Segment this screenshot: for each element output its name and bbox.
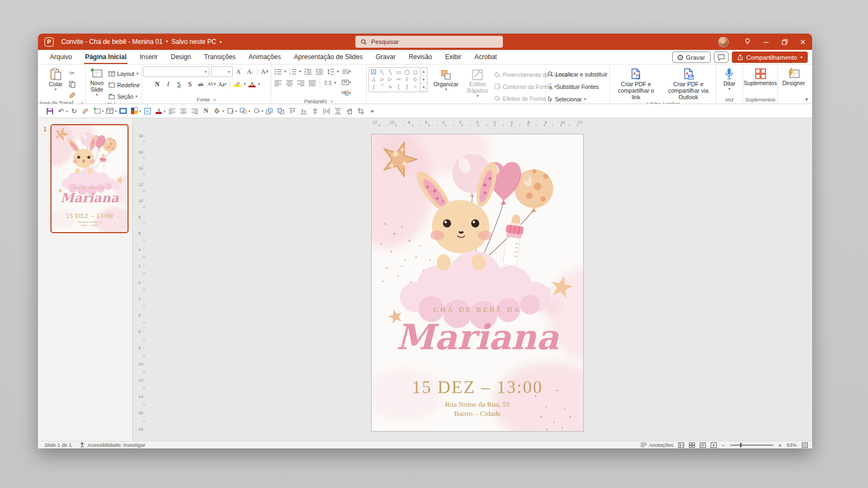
distribute-horizontal-button[interactable]	[321, 106, 331, 116]
tab-inserir[interactable]: Inserir	[133, 50, 164, 64]
distribute-vertical-button[interactable]	[333, 106, 343, 116]
tab-apresentação-de-slides[interactable]: Apresentação de Slides	[288, 50, 369, 64]
vertical-ruler[interactable]: 18161412108642024681012141618	[138, 133, 145, 431]
shapes-more[interactable]: ▼̲	[420, 84, 427, 92]
invitation-name[interactable]: Mariana	[52, 191, 127, 206]
bold-button[interactable]: N	[152, 79, 162, 89]
layout-button[interactable]: Layout▾	[108, 69, 140, 78]
align-right-button-qat[interactable]	[189, 106, 200, 116]
align-left-button-qat[interactable]	[167, 106, 177, 116]
start-slideshow-button[interactable]	[118, 106, 128, 116]
accessibility-status[interactable]: Acessibilidade: investigar	[79, 442, 145, 448]
invitation-eyebrow[interactable]: CHÁ DE BEBÊ DA	[372, 305, 583, 314]
align-text-button[interactable]: ▾	[342, 78, 352, 87]
tab-acrobat[interactable]: Acrobat	[468, 50, 503, 64]
addins-button[interactable]: Suplementos	[741, 66, 780, 96]
align-top-button[interactable]	[287, 106, 297, 116]
reading-view-button[interactable]	[700, 442, 706, 448]
invitation-address-line2[interactable]: Bairro – Cidade	[372, 409, 583, 418]
new-slide-button-qat[interactable]	[92, 106, 102, 116]
text-direction-button[interactable]: ▾	[342, 67, 352, 76]
align-center-button-qat[interactable]	[178, 106, 188, 116]
character-spacing-button[interactable]: AV▾	[207, 79, 216, 89]
shape-effects-button-qat[interactable]	[251, 106, 261, 116]
designer-button[interactable]: Designer	[780, 66, 808, 102]
invitation-address-line2[interactable]: Bairro – Cidade	[52, 224, 127, 227]
minimize-button[interactable]: ─	[757, 34, 775, 50]
slide-sorter-view-button[interactable]	[689, 442, 695, 448]
bold-button-qat[interactable]: N	[201, 106, 211, 116]
reset-button[interactable]: Redefinir	[108, 80, 140, 89]
decrease-indent-button[interactable]	[303, 67, 312, 76]
highlight-color-button[interactable]	[233, 79, 242, 89]
notes-button[interactable]: Anotações	[641, 442, 673, 448]
slide-edit-area[interactable]: 12108642024681012 1816141210864202468101…	[133, 118, 812, 441]
zoom-level[interactable]: 53%	[787, 442, 797, 448]
create-pdf-link-button[interactable]: A Criar PDF e compartilhar o link	[611, 66, 661, 100]
decrease-font-button[interactable]: Aˇ	[245, 67, 254, 76]
invitation-name[interactable]: Mariana	[372, 317, 583, 357]
comments-button[interactable]	[714, 52, 729, 63]
zoom-out-button[interactable]: −	[722, 442, 725, 448]
powerpoint-logo-icon[interactable]: P	[44, 37, 54, 47]
slide-thumbnail[interactable]: CHÁ DE BEBÊ DA Mariana 15 DEZ – 13:00 Ru…	[50, 124, 129, 233]
numbering-button[interactable]: 12	[288, 67, 298, 76]
shape-gallery[interactable]: A╲╲▭◯▢ △▱▷⇨⇩◇ ʃ⌒∿{}☆	[368, 67, 420, 92]
font-name-combo[interactable]: ▾	[143, 66, 209, 77]
format-painter-button-qat[interactable]	[80, 106, 91, 116]
customize-qat-button[interactable]: ≡▾	[367, 106, 377, 116]
align-bottom-button[interactable]	[298, 106, 309, 116]
align-right-button[interactable]	[296, 79, 305, 87]
align-left-button[interactable]	[273, 79, 283, 87]
change-case-button[interactable]: Aa▾	[218, 79, 227, 89]
font-dialog-launcher[interactable]: ↘	[213, 97, 216, 102]
lightbulb-icon[interactable]	[738, 34, 757, 50]
invitation-eyebrow[interactable]: CHÁ DE BEBÊ DA	[52, 187, 127, 190]
tab-exibir[interactable]: Exibir	[439, 50, 468, 64]
new-slide-button[interactable]: Novo Slide ▾	[87, 66, 106, 101]
zoom-slider-thumb[interactable]	[740, 443, 742, 447]
redo-button[interactable]: ↻	[69, 106, 79, 116]
save-status[interactable]: Salvo neste PC	[171, 38, 216, 46]
fit-to-window-button[interactable]	[802, 442, 808, 448]
select-button[interactable]: Selecionar▾	[547, 94, 608, 104]
quick-styles-button[interactable]: Estilos Rápidos ▾	[464, 67, 491, 98]
crop-button[interactable]	[355, 106, 366, 116]
invitation-datetime[interactable]: 15 DEZ – 13:00	[372, 377, 583, 397]
save-button[interactable]	[44, 106, 55, 116]
text-box-button[interactable]: A	[142, 106, 152, 116]
tab-transições[interactable]: Transições	[197, 50, 242, 64]
font-color-button-qat[interactable]: A	[154, 106, 164, 116]
theme-colors-button[interactable]	[129, 106, 139, 116]
create-pdf-outlook-button[interactable]: A Criar PDF e compartilhar via Outlook	[663, 66, 714, 100]
font-size-combo[interactable]: ▾	[211, 66, 233, 77]
format-painter-button[interactable]	[67, 91, 77, 99]
increase-font-button[interactable]: Aˆ	[234, 67, 244, 76]
undo-button[interactable]: ↶	[56, 106, 66, 116]
slideshow-view-button[interactable]	[711, 442, 717, 448]
font-color-button[interactable]: A	[247, 79, 257, 89]
line-spacing-button[interactable]	[326, 67, 335, 76]
center-horizontal-button[interactable]	[310, 106, 320, 116]
bullets-button[interactable]	[273, 67, 283, 76]
bring-forward-button[interactable]	[264, 106, 275, 116]
tab-animações[interactable]: Animações	[242, 50, 287, 64]
tab-gravar[interactable]: Gravar	[369, 50, 402, 64]
close-button[interactable]: ✕	[794, 34, 812, 50]
underline-button[interactable]: S	[174, 79, 183, 89]
section-button[interactable]: Seção▾	[108, 92, 140, 101]
paragraph-dialog-launcher[interactable]: ↘	[330, 99, 334, 104]
align-center-button[interactable]	[284, 79, 294, 87]
layout-button-qat[interactable]	[105, 106, 115, 116]
italic-button[interactable]: I	[163, 79, 173, 89]
normal-view-button[interactable]	[678, 442, 684, 448]
shape-fill-button-qat[interactable]	[212, 106, 222, 116]
send-backward-button[interactable]	[276, 106, 286, 116]
slide-canvas[interactable]: CHÁ DE BEBÊ DA Mariana 15 DEZ – 13:00 Ru…	[372, 134, 583, 431]
invitation-address-line1[interactable]: Rua Nome da Rua, 55	[372, 400, 583, 409]
replace-fonts-button[interactable]: A Substituir Fontes	[547, 82, 608, 91]
columns-button[interactable]	[323, 79, 333, 87]
share-button[interactable]: Compartilhamento ▾	[732, 52, 808, 63]
horizontal-ruler[interactable]: 12108642024681012	[372, 120, 583, 126]
collapse-ribbon-chevron[interactable]: ▾	[805, 97, 808, 102]
